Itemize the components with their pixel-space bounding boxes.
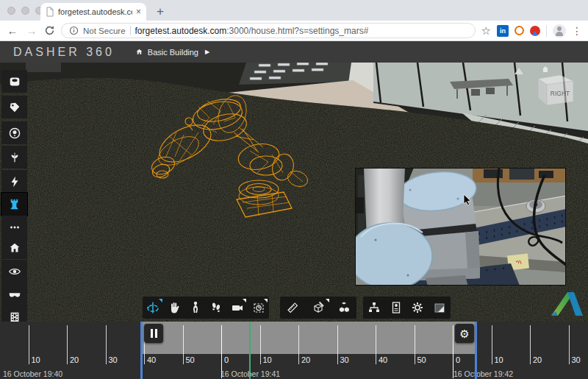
lightning-icon <box>8 175 21 188</box>
timeline-tick-label: 10 <box>32 355 40 364</box>
timeline-gridline <box>260 325 261 364</box>
orbit-icon <box>146 300 160 315</box>
sidebar-item-more[interactable] <box>1 216 27 238</box>
profile-avatar[interactable] <box>553 24 566 38</box>
camera-flyout-icon <box>243 299 246 302</box>
forward-icon[interactable]: → <box>25 24 38 37</box>
fit-view-flyout-icon <box>264 299 268 302</box>
orange-extension-icon[interactable] <box>514 26 524 35</box>
timeline-gridline <box>415 325 415 364</box>
sidebar-item-rook[interactable] <box>1 193 27 216</box>
timeline-date-label: 16 October 19:40 <box>3 369 62 378</box>
pip-camera-feed[interactable] <box>348 168 566 289</box>
properties-panel-icon <box>389 300 404 315</box>
more-ellipsis-icon <box>8 221 21 234</box>
fit-view-icon <box>251 300 266 315</box>
gear-icon <box>410 300 425 315</box>
url-omnibox[interactable]: Not Secure forgetest.autodesk.com:3000/h… <box>61 23 476 38</box>
sidebar-item-film[interactable] <box>1 305 27 322</box>
sidebar-item-plant[interactable] <box>1 146 27 169</box>
display-split-icon <box>432 300 447 315</box>
reload-icon[interactable] <box>44 25 55 36</box>
rook-icon <box>7 197 21 211</box>
app-title: DASHER 360 <box>13 46 115 59</box>
timeline-tick-label: 30 <box>109 355 118 364</box>
sidebar-item-camera[interactable] <box>1 121 27 144</box>
properties-button[interactable] <box>385 297 407 319</box>
measure-button[interactable] <box>280 297 306 319</box>
timeline-gridline <box>67 325 68 364</box>
timeline-playhead[interactable] <box>249 322 251 379</box>
pause-button[interactable] <box>144 324 163 343</box>
timeline-range-end-marker[interactable] <box>475 322 477 379</box>
timeline-range-start-marker[interactable] <box>140 322 143 379</box>
sidebar-item-eye[interactable] <box>1 260 27 283</box>
timeline-date-label: 16 October 19:42 <box>453 369 513 378</box>
timeline-gridline <box>106 325 107 364</box>
timeline-gear-icon: ⚙ <box>459 328 469 339</box>
timeline-tick-label: 0 <box>456 355 460 364</box>
explode-button[interactable] <box>331 297 356 319</box>
security-label[interactable]: Not Secure <box>83 26 126 35</box>
breadcrumb-label[interactable]: Basic Building <box>148 48 198 57</box>
fit-view-button[interactable] <box>248 297 269 319</box>
browser-address-bar: ← → Not Secure forgetest.autodesk.com:30… <box>0 21 588 41</box>
settings-button[interactable] <box>407 297 429 319</box>
viewcube-face-label[interactable]: RIGHT <box>551 90 570 97</box>
model-tree-button[interactable] <box>363 297 385 319</box>
toolbar-divider <box>546 25 547 37</box>
pan-button[interactable] <box>164 297 185 319</box>
timeline[interactable]: 1020304050010203040500102030 16 October … <box>0 322 588 379</box>
window-controls[interactable] <box>7 7 43 15</box>
timeline-tick-label: 20 <box>301 355 310 364</box>
timeline-tick-label: 20 <box>70 355 79 364</box>
timeline-selection-range[interactable] <box>142 322 476 354</box>
timeline-tick-label: 10 <box>495 355 503 364</box>
display-settings-button[interactable] <box>429 297 451 319</box>
section-flyout-icon <box>326 299 329 302</box>
sidebar-item-lightning[interactable] <box>1 170 27 193</box>
info-icon[interactable] <box>69 26 79 35</box>
timeline-tick-label: 20 <box>533 355 542 364</box>
timeline-settings-button[interactable]: ⚙ <box>455 324 474 343</box>
sidebar-item-scale[interactable] <box>1 70 27 93</box>
timeline-tick-label: 30 <box>572 355 581 364</box>
back-icon[interactable]: ← <box>6 24 19 37</box>
pause-icon <box>151 329 153 338</box>
eye-icon <box>8 265 21 278</box>
minimize-window-button[interactable] <box>21 7 29 15</box>
bookmark-star-icon[interactable]: ☆ <box>481 24 491 38</box>
toolbar-settings-group <box>363 297 451 319</box>
toolbar-navigation-group <box>143 297 269 319</box>
home-view-icon <box>8 241 21 255</box>
timeline-tick-label: 50 <box>186 355 195 364</box>
timeline-gridline <box>376 325 376 364</box>
new-tab-button[interactable]: + <box>151 3 169 21</box>
first-person-button[interactable] <box>206 297 227 319</box>
breadcrumb-expand-icon[interactable]: ▶ <box>205 49 209 55</box>
timeline-gridline <box>29 325 29 364</box>
film-icon <box>8 311 21 322</box>
url-text[interactable]: forgetest.autodesk.com:3000/house.html?s… <box>135 26 369 36</box>
scale-icon <box>8 75 21 88</box>
browser-tab[interactable]: forgetest.autodesk.com:3000/ × <box>40 3 146 21</box>
browser-menu-icon[interactable]: ⋮ <box>572 25 582 37</box>
viewer-3d-viewport[interactable]: RIGHT <box>0 63 588 322</box>
section-box-icon <box>311 300 326 315</box>
timeline-tick-label: 40 <box>379 355 387 364</box>
orbit-button[interactable] <box>143 297 164 319</box>
camera-button[interactable] <box>227 297 248 319</box>
sidebar-item-tag[interactable] <box>1 96 27 118</box>
footprints-icon <box>209 300 223 315</box>
section-box-button[interactable] <box>306 297 331 319</box>
pan-hand-icon <box>167 300 182 315</box>
sidebar-item-goggles[interactable] <box>1 283 27 305</box>
linkedin-extension-icon[interactable]: in <box>497 25 509 37</box>
model-tree-icon <box>367 300 381 315</box>
tab-close-icon[interactable]: × <box>136 7 141 17</box>
close-window-button[interactable] <box>7 7 15 15</box>
breadcrumb[interactable]: Basic Building ▶ <box>135 48 209 57</box>
walk-button[interactable] <box>184 297 206 319</box>
sidebar-item-home[interactable] <box>1 236 27 259</box>
red-extension-icon[interactable] <box>530 26 540 36</box>
